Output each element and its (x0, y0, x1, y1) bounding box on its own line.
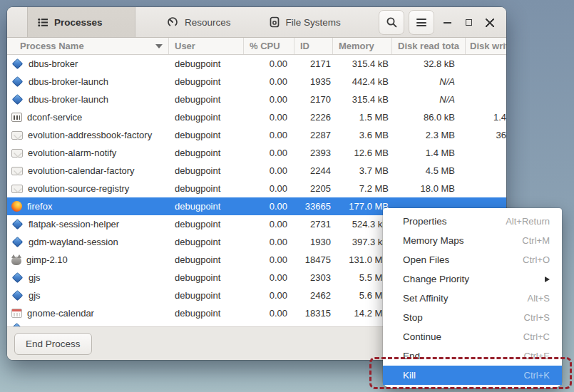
process-name: dbus-broker (29, 58, 78, 69)
titlebar: Processes Resources File Systems (7, 7, 506, 38)
id-cell: 2393 (294, 148, 333, 158)
column-header-disk-read-tota[interactable]: Disk read tota (392, 38, 466, 54)
column-header-label: Process Name (20, 41, 84, 51)
user-cell: debugpoint (169, 165, 244, 176)
firefox-icon (11, 201, 22, 212)
user-cell: debugpoint (169, 148, 244, 158)
id-cell: 2462 (294, 290, 333, 301)
dbus-diamond-icon (12, 58, 24, 69)
column-header-process-name[interactable]: Process Name (7, 38, 169, 54)
clipped-process-icon (11, 323, 23, 326)
table-row-evolution-source-registry[interactable]: evolution-source-registrydebugpoint0.002… (7, 180, 506, 197)
menu-item-properties[interactable]: PropertiesAlt+Return (383, 212, 562, 231)
process-name-cell: dconf-service (7, 112, 169, 123)
id-cell: 1930 (294, 237, 333, 247)
menu-item-shortcut: Alt+S (528, 293, 550, 304)
memory-cell: 442.4 kB (333, 76, 392, 87)
table-row-evolution-calendar-factory[interactable]: evolution-calendar-factorydebugpoint0.00… (7, 162, 506, 180)
column-header-user[interactable]: User (169, 38, 244, 54)
column-header-id[interactable]: ID (294, 38, 333, 54)
user-cell: debugpoint (169, 112, 244, 123)
id-cell: 2170 (294, 94, 333, 105)
id-cell: 2731 (294, 219, 333, 229)
column-header--cpu[interactable]: % CPU (244, 38, 294, 54)
user-cell: debugpoint (169, 272, 244, 283)
process-name-cell: gimp-2.10 (7, 254, 169, 265)
menu-item-end[interactable]: EndCtrl+E (383, 346, 562, 366)
menu-item-stop[interactable]: StopCtrl+S (383, 308, 562, 327)
process-name: firefox (27, 201, 52, 212)
end-process-button[interactable]: End Process (14, 333, 92, 355)
calendar-icon (11, 309, 22, 318)
user-cell: debugpoint (169, 237, 244, 247)
menu-button[interactable] (409, 10, 434, 35)
menu-item-open-files[interactable]: Open FilesCtrl+O (383, 250, 562, 269)
process-name-cell: evolution-calendar-factory (7, 165, 169, 176)
cpu-cell: 0.00 (244, 58, 294, 69)
process-name-cell: gdm-wayland-session (7, 237, 169, 247)
tab-resources[interactable]: Resources (157, 7, 241, 37)
memory-cell: 12.6 MB (333, 148, 392, 158)
menu-item-label: Properties (403, 216, 447, 227)
process-name: gimp-2.10 (26, 254, 68, 265)
table-row-dbus-broker-launch[interactable]: dbus-broker-launchdebugpoint0.001935442.… (7, 73, 506, 91)
menu-item-memory-maps[interactable]: Memory MapsCtrl+M (383, 231, 562, 250)
column-header-label: Memory (339, 41, 374, 51)
titlebar-spacer (351, 7, 376, 37)
app-diamond-icon (12, 290, 24, 301)
process-name: gjs (29, 272, 41, 283)
id-cell: 2303 (294, 272, 333, 283)
process-name-cell: dbus-broker (7, 58, 169, 69)
menu-item-set-affinity[interactable]: Set AffinityAlt+S (383, 289, 562, 308)
disk-write-cell: 1.4 (466, 112, 506, 123)
column-header-label: User (175, 41, 195, 51)
user-cell: debugpoint (169, 130, 244, 140)
tab-label: Processes (54, 17, 103, 28)
cpu-cell: 0.00 (244, 201, 294, 212)
id-cell: 18315 (294, 308, 333, 319)
menu-item-change-priority[interactable]: Change Priority (383, 269, 562, 289)
table-row-dconf-service[interactable]: dconf-servicedebugpoint0.0022261.5 MB86.… (7, 108, 506, 126)
close-button[interactable] (479, 7, 501, 38)
menu-item-continue[interactable]: ContinueCtrl+C (383, 327, 562, 346)
table-row-evolution-alarm-notify[interactable]: evolution-alarm-notifydebugpoint0.002393… (7, 144, 506, 162)
menu-item-kill[interactable]: KillCtrl+K (383, 366, 562, 385)
memory-cell: 1.5 MB (333, 112, 392, 123)
cpu-cell: 0.00 (244, 130, 294, 140)
id-cell: 2171 (294, 58, 333, 69)
column-header-label: % CPU (250, 41, 280, 51)
context-menu: PropertiesAlt+ReturnMemory MapsCtrl+MOpe… (383, 208, 562, 388)
id-cell: 2287 (294, 130, 333, 140)
column-header-disk-writ[interactable]: Disk writ (466, 38, 506, 54)
app-diamond-icon (12, 219, 24, 229)
memory-cell: 7.2 MB (333, 183, 392, 194)
process-name-cell: gjs (7, 272, 169, 283)
id-cell: 2226 (294, 112, 333, 123)
user-cell: debugpoint (169, 183, 244, 194)
minimize-button[interactable] (436, 7, 458, 38)
disk-write-cell: 36 (466, 130, 506, 140)
cpu-cell: 0.00 (244, 112, 294, 123)
table-row-evolution-addressbook-factory[interactable]: evolution-addressbook-factorydebugpoint0… (7, 126, 506, 144)
menu-item-label: Continue (403, 331, 441, 342)
id-cell: 2244 (294, 165, 333, 176)
disk-read-cell: 32.8 kB (392, 58, 466, 69)
maximize-button[interactable] (458, 7, 479, 38)
menu-item-label: Stop (403, 312, 423, 323)
process-name: gdm-wayland-session (29, 237, 118, 247)
search-button[interactable] (379, 10, 404, 35)
menu-item-label: Memory Maps (403, 235, 464, 246)
table-row-dbus-broker-launch[interactable]: dbus-broker-launchdebugpoint0.002170315.… (7, 91, 506, 108)
menu-item-shortcut: Ctrl+C (523, 331, 550, 342)
user-cell: debugpoint (169, 76, 244, 87)
tab-processes[interactable]: Processes (27, 7, 135, 37)
tab-file-systems[interactable]: File Systems (260, 7, 351, 37)
id-cell: 33665 (294, 201, 333, 212)
user-cell: debugpoint (169, 58, 244, 69)
process-name-cell: evolution-source-registry (7, 183, 169, 194)
process-name-cell: evolution-addressbook-factory (7, 130, 169, 140)
table-row-dbus-broker[interactable]: dbus-brokerdebugpoint0.002171315.4 kB32.… (7, 55, 506, 73)
gauge-icon (167, 16, 178, 28)
column-header-memory[interactable]: Memory (333, 38, 392, 54)
menu-item-label: Set Affinity (403, 293, 449, 304)
